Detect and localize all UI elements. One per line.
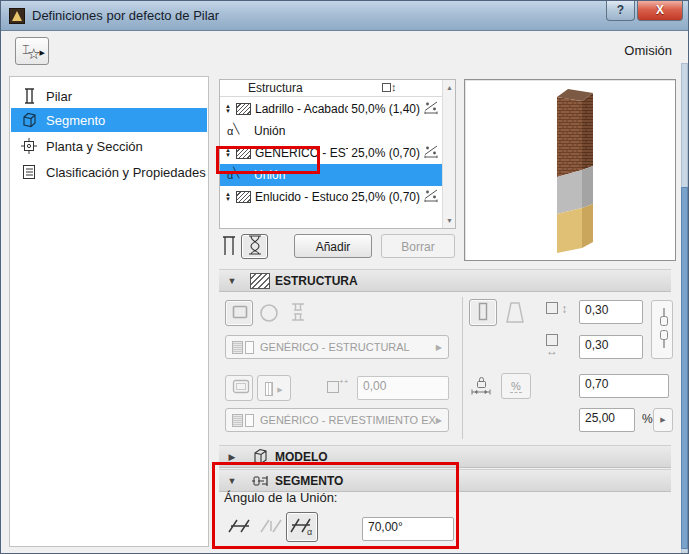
divider xyxy=(462,297,463,439)
chevron-right-icon: ▶ xyxy=(436,343,442,352)
segment-name: GENÉRICO - ESTR... xyxy=(255,146,348,160)
section-header-estructura[interactable]: ▼ ESTRUCTURA xyxy=(219,269,671,292)
segment-value: 25,0% (0,70) xyxy=(348,146,420,160)
chevron-right-icon: ▶ xyxy=(436,416,442,425)
fill-swatch-icon xyxy=(236,191,251,203)
table-scrollbar[interactable]: ▲ ▼ xyxy=(442,80,455,228)
veneer-material-dropdown[interactable]: GENÉRICO - REVESTIMIENTO EXTE... ▶ xyxy=(225,408,449,432)
joint-name: Unión xyxy=(254,168,442,182)
sidebar-item-label: Clasificación y Propiedades xyxy=(46,165,206,180)
panel-scrollbar-thumb[interactable] xyxy=(681,187,688,549)
close-icon: X xyxy=(656,3,664,17)
segment-percent-field[interactable]: 25,00 xyxy=(579,408,635,432)
table-row-joint-selected[interactable]: α╲ Unión xyxy=(220,164,442,186)
material-swatch-icon xyxy=(232,341,243,354)
scroll-down-icon[interactable]: ▼ xyxy=(443,217,456,224)
sidebar-item-label: Pilar xyxy=(46,89,72,104)
veneer-frame-button[interactable] xyxy=(225,375,253,401)
veneer-thickness-icon: ⁺⁺ xyxy=(327,378,349,395)
joint-angle-icon: α╲ xyxy=(220,169,254,181)
sidebar-item-clasificacion[interactable]: Clasificación y Propiedades xyxy=(11,160,207,184)
angle-label: Ángulo de la Unión: xyxy=(224,490,337,505)
column-settings-dialog: Definiciones por defecto de Pilar ? X ⌶ … xyxy=(0,0,689,554)
delete-button[interactable]: Borrar xyxy=(381,234,455,258)
segmented-column-toggle[interactable] xyxy=(241,234,268,259)
table-row-joint[interactable]: α╲ Unión xyxy=(220,120,442,142)
document-icon xyxy=(20,163,38,181)
joint-angle-icon: α╲ xyxy=(220,125,254,137)
close-button[interactable]: X xyxy=(637,1,683,21)
shape-ibeam-button[interactable] xyxy=(289,302,307,326)
table-row[interactable]: ▲▼ GENÉRICO - ESTR... 25,0% (0,70) xyxy=(220,142,442,164)
taper-icon[interactable] xyxy=(420,145,442,161)
taper-icon[interactable] xyxy=(420,189,442,205)
plan-section-icon xyxy=(20,137,38,155)
title-bar: Definiciones por defecto de Pilar xyxy=(1,1,689,31)
chain-link-button[interactable] xyxy=(651,300,673,359)
star-icon: ☆ xyxy=(27,45,40,63)
sidebar-item-segmento[interactable]: Segmento xyxy=(11,108,207,132)
dashed-line-icon xyxy=(510,392,522,393)
collapse-triangle-icon: ▼ xyxy=(219,276,245,286)
section-title: SEGMENTO xyxy=(275,474,343,488)
drag-handle-icon[interactable]: ▲▼ xyxy=(220,148,236,158)
segment-name: Enlucido - Estuco xyxy=(255,190,348,204)
dropdown-arrow-icon: ▶ xyxy=(40,49,45,57)
vertical-hatch-icon xyxy=(265,382,273,396)
column-header-estructura: Estructura xyxy=(248,81,303,95)
joint-horizontal-button[interactable] xyxy=(225,515,255,539)
table-header: Estructura ↕ xyxy=(220,80,442,97)
segment-height-column-icon: ↕ xyxy=(382,81,397,93)
column-icon xyxy=(20,87,38,105)
taper-icon[interactable] xyxy=(420,101,442,117)
table-row[interactable]: ▲▼ Ladrillo - Acabado 50,0% (1,40) xyxy=(220,98,442,120)
section-title: ESTRUCTURA xyxy=(275,274,358,288)
material-swatch-icon xyxy=(245,341,254,354)
scroll-up-icon[interactable]: ▲ xyxy=(443,84,456,91)
joint-vertical-button[interactable] xyxy=(258,515,284,539)
percent-mode-button[interactable]: % xyxy=(501,373,531,399)
core-material-dropdown[interactable]: GENÉRICO - ESTRUCTURAL ▶ xyxy=(225,335,449,359)
segment-value: 50,0% (1,40) xyxy=(348,102,420,116)
depth-field[interactable]: 0,30 xyxy=(579,335,643,359)
drag-handle-icon[interactable]: ▲▼ xyxy=(220,104,236,114)
segment-value: 25,0% (0,70) xyxy=(348,190,420,204)
archicad-logo-icon xyxy=(9,8,25,24)
shape-rectangle-button[interactable] xyxy=(225,300,253,326)
uniform-column-toggle[interactable] xyxy=(220,236,238,258)
segment-joint-icon xyxy=(245,474,275,488)
hatch-icon xyxy=(245,273,275,289)
shape-circle-button[interactable] xyxy=(259,303,279,327)
angle-value-field[interactable]: 70,00° xyxy=(362,517,454,541)
material-swatch-icon xyxy=(245,414,254,427)
drag-handle-icon[interactable]: ▲▼ xyxy=(220,192,236,202)
section-header-segmento[interactable]: ▼ SEGMENTO xyxy=(219,469,671,492)
model-box-icon xyxy=(245,448,275,465)
straight-column-button[interactable] xyxy=(469,299,497,326)
default-transfer-label: Omisión xyxy=(624,43,672,58)
table-row[interactable]: ▲▼ Enlucido - Estuco 25,0% (0,70) xyxy=(220,186,442,208)
dialog-title: Definiciones por defecto de Pilar xyxy=(32,8,219,23)
add-button[interactable]: Añadir xyxy=(294,234,372,258)
sidebar-item-label: Planta y Sección xyxy=(46,139,143,154)
section-title: MODELO xyxy=(275,450,328,464)
veneer-fill-button[interactable]: ▶ xyxy=(257,375,291,401)
core-material-label: GENÉRICO - ESTRUCTURAL xyxy=(260,341,436,353)
section-header-modelo[interactable]: ▶ MODELO xyxy=(219,445,671,468)
sidebar-item-planta-seccion[interactable]: Planta y Sección xyxy=(11,134,207,158)
favorites-button[interactable]: ⌶ ☆ ▶ xyxy=(15,37,49,65)
joint-custom-angle-button[interactable]: α xyxy=(286,512,318,542)
segment-name: Ladrillo - Acabado xyxy=(255,102,348,116)
sidebar-item-pilar[interactable]: Pilar xyxy=(11,84,207,108)
help-icon: ? xyxy=(617,3,624,17)
segments-table: Estructura ↕ ▲▼ Ladrillo - Acabado 50,0%… xyxy=(219,79,456,229)
segment-length-field[interactable]: 0,70 xyxy=(579,374,669,398)
veneer-thickness-field[interactable]: 0,00 xyxy=(357,376,449,400)
width-field[interactable]: 0,30 xyxy=(579,300,643,324)
tapered-column-button[interactable] xyxy=(505,301,525,328)
veneer-material-label: GENÉRICO - REVESTIMIENTO EXTE... xyxy=(260,414,436,426)
preview-3d-panel[interactable] xyxy=(464,79,676,261)
help-button[interactable]: ? xyxy=(606,1,635,21)
fill-swatch-icon xyxy=(236,147,251,159)
percent-spin-button[interactable]: ▶ xyxy=(653,408,673,432)
